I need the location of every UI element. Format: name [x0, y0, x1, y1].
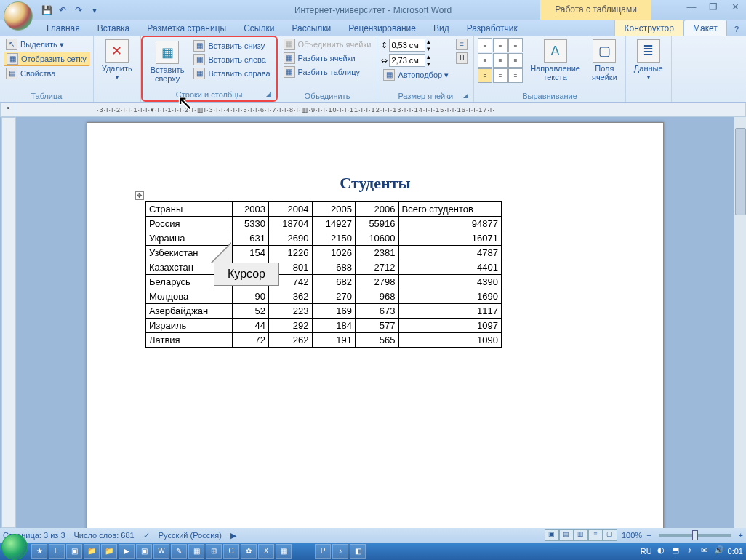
status-proof-icon[interactable]: ✓ — [143, 531, 150, 540]
save-icon[interactable]: 💾 — [39, 3, 54, 17]
table-cell[interactable]: Азербайджан — [146, 304, 233, 319]
redo-icon[interactable]: ↷ — [71, 3, 86, 17]
task-item[interactable]: P — [315, 544, 331, 559]
minimize-button[interactable]: — — [683, 1, 699, 15]
table-cell[interactable]: Молдова — [146, 289, 233, 304]
ruler-corner[interactable]: ▫ — [1, 103, 15, 116]
start-button[interactable] — [1, 534, 28, 560]
maximize-button[interactable]: ❐ — [705, 1, 721, 15]
table-cell[interactable]: 52 — [233, 304, 269, 319]
view-print-layout[interactable]: ▣ — [545, 529, 559, 541]
view-web[interactable]: ▥ — [574, 529, 588, 541]
page[interactable]: Студенты ✥ Страны2003200420052006Всего с… — [87, 122, 664, 528]
align-tr[interactable]: ≡ — [508, 38, 523, 52]
spinner-icon[interactable]: ▴▾ — [427, 53, 430, 68]
task-item[interactable]: ▶ — [119, 544, 135, 559]
table-row[interactable]: Молдова903622709681690 — [146, 289, 502, 304]
tab-layout[interactable]: Макет — [683, 20, 727, 36]
table-header-cell[interactable]: Всего студентов — [398, 202, 501, 217]
tray-icon[interactable]: ⬒ — [670, 545, 681, 557]
table-row[interactable]: Азербайджан522231696731117 — [146, 304, 502, 319]
table-cell[interactable]: 14927 — [312, 217, 356, 231]
tab-review[interactable]: Рецензирование — [340, 20, 425, 36]
align-ml[interactable]: ≡ — [478, 53, 492, 68]
close-button[interactable]: ✕ — [727, 1, 743, 15]
table-header-cell[interactable]: 2003 — [233, 202, 269, 217]
table-row[interactable]: Латвия722621915651090 — [146, 333, 502, 348]
split-table-button[interactable]: ▦Разбить таблицу — [281, 65, 374, 79]
table-cell[interactable]: 44 — [233, 319, 269, 333]
distribute-cols-button[interactable]: Ⅲ — [454, 52, 470, 65]
table-cell[interactable]: 2798 — [356, 275, 399, 289]
task-item[interactable]: ▣ — [136, 544, 152, 559]
table-row[interactable]: Россия533018704149275591694877 — [146, 217, 502, 231]
table-cell[interactable]: 631 — [233, 231, 269, 246]
table-header-cell[interactable]: Страны — [146, 202, 233, 217]
task-item[interactable]: ▦ — [188, 544, 204, 559]
table-cell[interactable]: 90 — [233, 289, 269, 304]
tab-design[interactable]: Конструктор — [614, 20, 683, 36]
data-table[interactable]: Страны2003200420052006Всего студентовРос… — [145, 201, 502, 348]
tab-view[interactable]: Вид — [425, 20, 458, 36]
task-item[interactable]: C — [223, 544, 239, 559]
status-language[interactable]: Русский (Россия) — [159, 531, 222, 540]
column-width-input[interactable]: ⇔▴▾ — [381, 53, 451, 68]
table-cell[interactable]: 1090 — [398, 333, 501, 348]
delete-button[interactable]: ✕ Удалить ▾ — [97, 38, 137, 82]
table-cell[interactable]: 55916 — [356, 217, 399, 231]
tab-home[interactable]: Главная — [38, 20, 89, 36]
table-cell[interactable]: 673 — [356, 304, 399, 319]
align-mc[interactable]: ≡ — [493, 53, 508, 68]
zoom-level[interactable]: 100% — [622, 531, 642, 540]
row-height-input[interactable]: ⇕▴▾ — [381, 38, 451, 52]
table-cell[interactable]: 10600 — [356, 231, 399, 246]
table-cell[interactable]: 2712 — [356, 260, 399, 275]
table-cell[interactable]: 4390 — [398, 275, 501, 289]
table-cell[interactable]: Латвия — [146, 333, 233, 348]
table-cell[interactable]: 154 — [233, 246, 269, 260]
table-cell[interactable]: 16071 — [398, 231, 501, 246]
table-cell[interactable]: 1226 — [268, 246, 312, 260]
vertical-scrollbar[interactable] — [734, 117, 746, 528]
properties-button[interactable]: ▤Свойства — [4, 67, 89, 80]
view-full-screen[interactable]: ▤ — [559, 529, 574, 541]
zoom-in-icon[interactable]: + — [739, 531, 743, 540]
table-cell[interactable]: 2381 — [356, 246, 399, 260]
volume-icon[interactable]: 🔊 — [713, 545, 725, 557]
select-button[interactable]: ↖Выделить ▾ — [4, 38, 89, 51]
task-item[interactable]: 📁 — [101, 544, 117, 559]
office-button[interactable] — [4, 1, 33, 31]
tab-developer[interactable]: Разработчик — [458, 20, 526, 36]
table-row[interactable]: Узбекистан1541226102623814787 — [146, 246, 502, 260]
dialog-launcher-rows[interactable]: ◢ — [266, 90, 275, 99]
table-row[interactable]: Украина631269021501060016071 — [146, 231, 502, 246]
tray-clock[interactable]: 0:01 — [728, 547, 743, 556]
table-cell[interactable]: 577 — [356, 319, 399, 333]
align-bl[interactable]: ≡ — [478, 68, 492, 83]
zoom-out-icon[interactable]: − — [646, 531, 651, 540]
status-words[interactable]: Число слов: 681 — [74, 531, 135, 540]
table-row[interactable]: Казахстан80168827124401 — [146, 260, 502, 275]
task-item[interactable]: ▣ — [66, 544, 82, 559]
task-item[interactable]: W — [153, 544, 169, 559]
qat-dropdown-icon[interactable]: ▾ — [87, 3, 102, 17]
table-cell[interactable]: 262 — [268, 333, 312, 348]
task-item[interactable]: ◧ — [350, 544, 366, 559]
table-cell[interactable]: 2150 — [312, 231, 356, 246]
table-header-cell[interactable]: 2005 — [312, 202, 356, 217]
table-cell[interactable]: 94877 — [398, 217, 501, 231]
table-header-cell[interactable]: 2006 — [356, 202, 399, 217]
dialog-launcher-size[interactable]: ◢ — [463, 92, 472, 100]
undo-icon[interactable]: ↶ — [55, 3, 70, 17]
table-cell[interactable]: Россия — [146, 217, 233, 231]
tab-references[interactable]: Ссылки — [235, 20, 283, 36]
table-header-cell[interactable]: 2004 — [268, 202, 312, 217]
table-cell[interactable]: 270 — [312, 289, 356, 304]
view-outline[interactable]: ≡ — [588, 529, 603, 541]
table-row[interactable]: Беларусь74268227984390 — [146, 275, 502, 289]
table-cell[interactable]: 968 — [356, 289, 399, 304]
tray-lang[interactable]: RU — [641, 547, 652, 556]
align-br[interactable]: ≡ — [508, 68, 523, 83]
task-item[interactable]: ▦ — [276, 544, 292, 559]
table-cell[interactable]: 1026 — [312, 246, 356, 260]
